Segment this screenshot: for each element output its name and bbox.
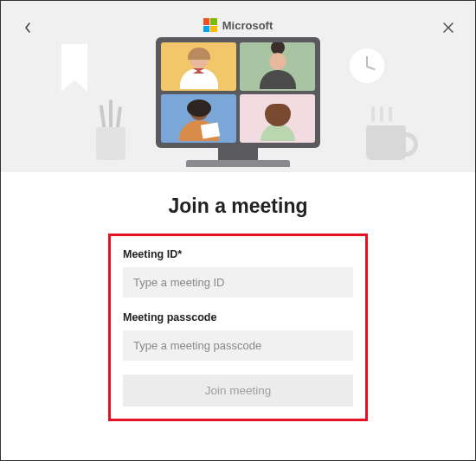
steam-decor-icon: [371, 106, 392, 122]
meeting-passcode-input[interactable]: [123, 330, 353, 361]
meeting-id-label: Meeting ID*: [123, 248, 353, 260]
bookmark-decor-icon: [61, 44, 87, 92]
page-title: Join a meeting: [1, 195, 475, 218]
join-form-highlighted: Meeting ID* Meeting passcode Join meetin…: [108, 234, 368, 421]
brand-name: Microsoft: [222, 19, 273, 32]
meeting-illustration: [156, 37, 320, 167]
brand-header: Microsoft: [1, 18, 475, 32]
dialog-window: Microsoft Join a meeting Meeting ID*: [0, 0, 476, 461]
clock-decor-icon: [350, 48, 384, 83]
pencil-cup-decor-icon: [96, 112, 131, 160]
meeting-passcode-label: Meeting passcode: [123, 311, 353, 323]
hero-illustration: Microsoft: [1, 1, 475, 172]
meeting-id-input[interactable]: [123, 267, 353, 298]
join-meeting-button[interactable]: Join meeting: [123, 375, 353, 407]
content-area: Join a meeting Meeting ID* Meeting passc…: [1, 172, 475, 421]
coffee-mug-decor-icon: [366, 125, 406, 160]
microsoft-logo-icon: [203, 18, 217, 32]
